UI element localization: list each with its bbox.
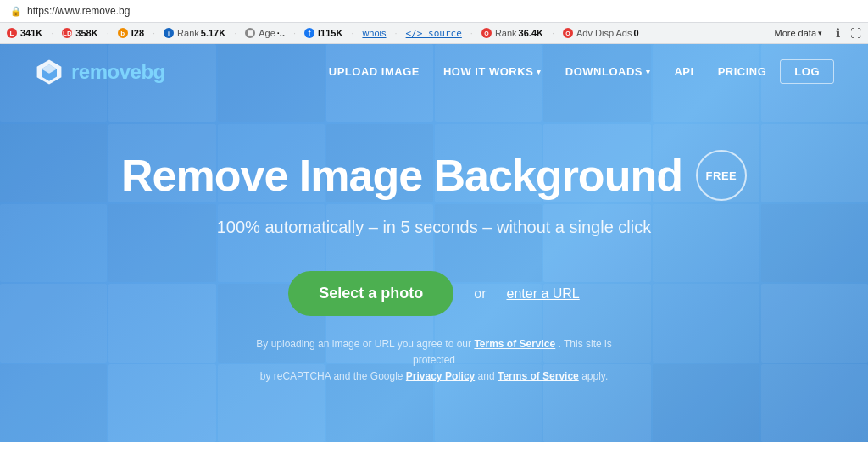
more-data-label: More data — [774, 28, 816, 38]
site-wrapper: removebg UPLOAD IMAGE HOW IT WORKS ▾ DOW… — [0, 44, 868, 442]
nav-login-label: LOG — [794, 65, 820, 78]
metric-age-icon: ▦ — [245, 28, 255, 38]
terms-line3: by reCAPTCHA and the Google — [260, 370, 403, 382]
metric-adv-label: Adv Disp Ads — [576, 28, 632, 38]
metric-rank1-label: Rank — [177, 28, 199, 38]
lock-icon: 🔒 — [10, 6, 22, 17]
enter-url-link[interactable]: enter a URL — [507, 286, 580, 302]
metric-rank1-value: 5.17K — [201, 28, 225, 38]
metric-rank2-icon: O — [481, 28, 492, 38]
nav-how-it-works-chevron-icon: ▾ — [537, 68, 542, 76]
share-button[interactable]: ⛶ — [850, 27, 861, 40]
metric-age: ▦ Age ·.. — [245, 28, 285, 38]
metric-rank2-label: Rank — [495, 28, 517, 38]
metric-l-value: 341K — [20, 28, 42, 38]
share-icon: ⛶ — [850, 27, 861, 40]
terms-text: By uploading an image or URL you agree t… — [243, 336, 625, 385]
hero-title-text: Remove Image Background — [121, 150, 682, 201]
metric-fb-icon: f — [304, 28, 314, 38]
metric-whois-label: whois — [362, 28, 386, 38]
more-data-button[interactable]: More data ▾ — [774, 28, 822, 38]
terms-apply-text: apply. — [581, 370, 608, 382]
nav-how-it-works-label: HOW IT WORKS — [443, 65, 533, 78]
select-photo-button[interactable]: Select a photo — [288, 271, 453, 316]
info-icon: ℹ — [836, 26, 840, 40]
metric-l: L 341K — [7, 28, 42, 38]
enter-url-label: enter a URL — [507, 286, 580, 301]
metric-fb: f I115K — [304, 28, 342, 38]
terms-of-service-link-1[interactable]: Terms of Service — [474, 338, 555, 350]
terms-line1: By uploading an image or URL you agree t… — [256, 338, 471, 350]
metric-ld-value: 358K — [75, 28, 97, 38]
logo-icon — [34, 57, 64, 87]
metric-ld-icon: LD — [62, 28, 72, 38]
nav-downloads-label: DOWNLOADS — [565, 65, 643, 78]
metric-b-value: I28 — [131, 28, 144, 38]
metric-source[interactable]: </> source — [406, 28, 462, 39]
address-bar: 🔒 https://www.remove.bg — [0, 0, 868, 23]
terms-and-text: and — [478, 370, 495, 382]
metric-rank2-value: 36.4K — [519, 28, 543, 38]
logo[interactable]: removebg — [34, 57, 165, 87]
metric-l-icon: L — [7, 28, 17, 38]
nav-how-it-works[interactable]: HOW IT WORKS ▾ — [433, 58, 552, 85]
metric-age-label: Age — [259, 28, 275, 38]
logo-bg: bg — [141, 60, 164, 83]
hero-subtitle-text: 100% automatically – in 5 seconds – with… — [217, 218, 652, 236]
metric-age-value: ·.. — [277, 28, 285, 38]
metric-whois[interactable]: whois — [362, 28, 386, 38]
nav-pricing-label: PRICING — [718, 65, 767, 78]
metric-ld: LD 358K — [62, 28, 97, 38]
metric-b-icon: b — [118, 28, 128, 38]
metric-b: b I28 — [118, 28, 144, 38]
nav-api-label: API — [674, 65, 693, 78]
hero-title: Remove Image Background FREE — [121, 150, 747, 201]
metric-source-label: </> source — [406, 28, 462, 39]
terms-of-service-link-2[interactable]: Terms of Service — [498, 370, 579, 382]
metric-rank1: i Rank 5.17K — [164, 28, 225, 38]
browser-chrome: 🔒 https://www.remove.bg L 341K · LD 358K… — [0, 0, 868, 44]
select-photo-label: Select a photo — [319, 285, 423, 302]
logo-text: removebg — [71, 60, 165, 84]
nav-pricing[interactable]: PRICING — [708, 58, 777, 85]
nav-api[interactable]: API — [664, 58, 704, 85]
nav-login-button[interactable]: LOG — [780, 59, 834, 84]
nav-upload-image-label: UPLOAD IMAGE — [329, 65, 420, 78]
free-badge-text: FREE — [706, 169, 737, 182]
metric-rank2: O Rank 36.4K — [481, 28, 543, 38]
hero-subtitle: 100% automatically – in 5 seconds – with… — [217, 218, 652, 237]
metric-fb-value: I115K — [318, 28, 342, 38]
navbar: removebg UPLOAD IMAGE HOW IT WORKS ▾ DOW… — [0, 44, 868, 99]
metric-adv-value: 0 — [633, 28, 638, 38]
free-badge: FREE — [696, 150, 747, 201]
more-data-chevron-icon: ▾ — [818, 29, 822, 37]
toolbar-bar: L 341K · LD 358K · b I28 · i Rank 5.17K … — [0, 23, 868, 44]
url-text: https://www.remove.bg — [27, 5, 130, 17]
nav-downloads-chevron-icon: ▾ — [646, 68, 651, 76]
nav-upload-image[interactable]: UPLOAD IMAGE — [319, 58, 430, 85]
nav-downloads[interactable]: DOWNLOADS ▾ — [555, 58, 661, 85]
info-button[interactable]: ℹ — [836, 26, 840, 40]
metric-adv-icon: O — [563, 28, 573, 38]
metric-rank1-icon: i — [164, 28, 174, 38]
privacy-policy-link[interactable]: Privacy Policy — [406, 370, 475, 382]
hero-actions: Select a photo or enter a URL — [288, 271, 580, 316]
nav-links: UPLOAD IMAGE HOW IT WORKS ▾ DOWNLOADS ▾ … — [319, 58, 834, 85]
or-text: or — [474, 286, 486, 302]
hero-content: Remove Image Background FREE 100% automa… — [0, 99, 868, 385]
logo-remove: remove — [71, 60, 141, 83]
metric-adv: O Adv Disp Ads 0 — [563, 28, 639, 38]
